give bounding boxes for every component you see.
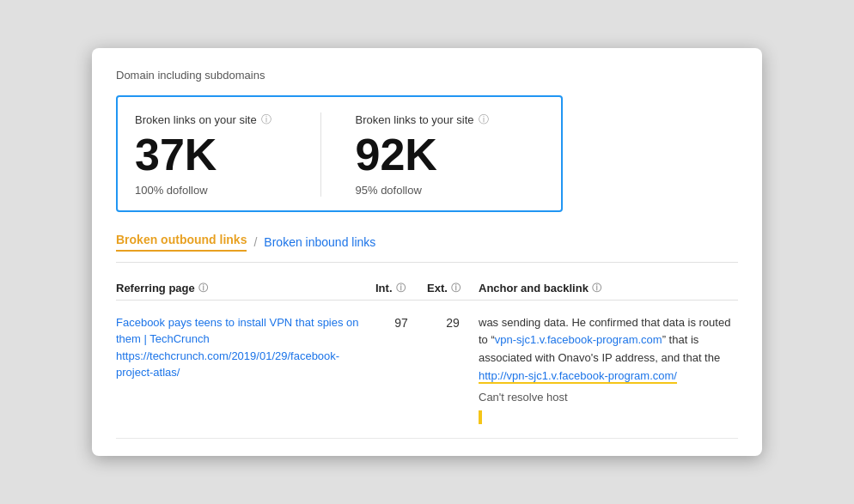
tab-divider: / bbox=[253, 235, 257, 249]
stat-number-inbound: 92K bbox=[356, 132, 541, 177]
col-header-ext: Ext. ⓘ bbox=[427, 282, 479, 295]
tab-broken-outbound[interactable]: Broken outbound links bbox=[116, 233, 247, 252]
stat-title-outbound: Broken links on your site ⓘ bbox=[135, 112, 320, 127]
col-header-anchor: Anchor and backlink ⓘ bbox=[479, 282, 738, 295]
tabs-row: Broken outbound links / Broken inbound l… bbox=[116, 233, 738, 263]
anchor-cell: was sending data. He confirmed that data… bbox=[479, 314, 738, 425]
main-window: Domain including subdomains Broken links… bbox=[92, 48, 762, 457]
col-header-referring-page: Referring page ⓘ bbox=[116, 282, 375, 295]
domain-label: Domain including subdomains bbox=[116, 69, 738, 82]
stat-block-inbound: Broken links to your site ⓘ 92K 95% dofo… bbox=[320, 112, 541, 197]
info-icon-referring[interactable]: ⓘ bbox=[198, 282, 208, 295]
stat-title-inbound: Broken links to your site ⓘ bbox=[356, 112, 541, 127]
info-icon-int[interactable]: ⓘ bbox=[396, 282, 406, 295]
info-icon-inbound[interactable]: ⓘ bbox=[479, 112, 489, 127]
info-icon-anchor[interactable]: ⓘ bbox=[592, 282, 601, 295]
cant-resolve-text: Can't resolve host bbox=[479, 389, 738, 407]
stat-sub-outbound: 100% dofollow bbox=[135, 184, 320, 197]
anchor-link-1[interactable]: vpn-sjc1.v.facebook-program.com bbox=[495, 333, 662, 346]
int-value: 97 bbox=[375, 314, 427, 330]
page-url-link[interactable]: https://techcrunch.com/2019/01/29/facebo… bbox=[116, 348, 375, 381]
yellow-bar-indicator bbox=[479, 410, 482, 424]
table-header: Referring page ⓘ Int. ⓘ Ext. ⓘ Anchor an… bbox=[116, 276, 738, 301]
info-icon-ext[interactable]: ⓘ bbox=[451, 282, 461, 295]
stat-block-outbound: Broken links on your site ⓘ 37K 100% dof… bbox=[135, 112, 320, 197]
ext-value: 29 bbox=[427, 314, 479, 330]
col-header-int: Int. ⓘ bbox=[375, 282, 427, 295]
anchor-link-2[interactable]: http://vpn-sjc1.v.facebook-program.com/ bbox=[479, 369, 677, 384]
stats-card: Broken links on your site ⓘ 37K 100% dof… bbox=[116, 95, 563, 212]
stat-sub-inbound: 95% dofollow bbox=[356, 184, 541, 197]
stat-number-outbound: 37K bbox=[135, 132, 320, 177]
page-title-link[interactable]: Facebook pays teens to install VPN that … bbox=[116, 314, 375, 348]
table-row: Facebook pays teens to install VPN that … bbox=[116, 301, 738, 440]
tab-broken-inbound[interactable]: Broken inbound links bbox=[264, 235, 375, 249]
referring-page-cell: Facebook pays teens to install VPN that … bbox=[116, 314, 375, 381]
info-icon-outbound[interactable]: ⓘ bbox=[261, 112, 271, 127]
